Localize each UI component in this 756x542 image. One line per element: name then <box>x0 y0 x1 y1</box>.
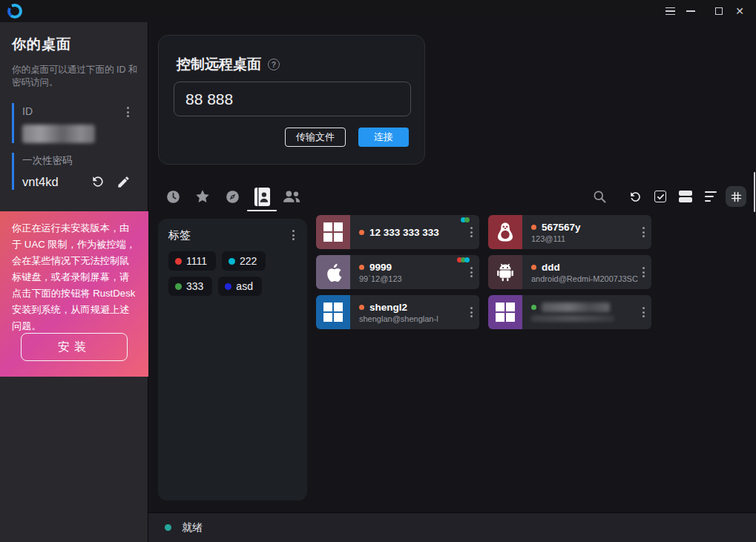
status-dot <box>531 265 536 270</box>
install-warning-panel: 你正在运行未安装版本，由于 UAC 限制，作为被控端，会在某些情况下无法控制鼠标… <box>0 211 148 377</box>
peer-name-blurred <box>542 303 610 312</box>
address-book-icon <box>254 187 271 207</box>
peer-card[interactable] <box>488 295 651 329</box>
peer-username: shenglan@shenglan-l <box>359 314 479 323</box>
sidebar-title: 你的桌面 <box>12 35 136 54</box>
grid-view-button[interactable] <box>726 186 746 207</box>
minimize-icon <box>686 10 695 12</box>
peer-menu-button[interactable] <box>468 305 475 320</box>
sidebar-description: 你的桌面可以通过下面的 ID 和密码访问。 <box>12 64 138 89</box>
status-dot <box>359 305 364 310</box>
peer-os-badge <box>488 255 522 289</box>
compass-icon <box>225 189 240 205</box>
tag-asd[interactable]: asd <box>218 277 262 296</box>
minimize-button[interactable] <box>680 0 701 22</box>
peer-card[interactable]: 567567y 123@111 <box>488 215 651 249</box>
peer-grid: 12 333 333 333 <box>316 215 651 329</box>
peer-menu-button[interactable] <box>468 225 475 239</box>
windows-icon <box>496 303 515 322</box>
search-button[interactable] <box>589 186 610 207</box>
tag-color-dot <box>175 283 182 290</box>
peer-username-blurred <box>531 315 614 322</box>
tab-address-book[interactable] <box>247 184 277 209</box>
transfer-file-button[interactable]: 传输文件 <box>285 128 346 147</box>
peer-username: android@Redmi-M2007J3SC <box>531 274 651 283</box>
tag-color-dot <box>225 283 231 290</box>
peer-name: 9999 <box>369 262 392 273</box>
title-bar: ✕ <box>0 0 756 22</box>
connect-button[interactable]: 连接 <box>358 128 409 147</box>
refresh-peers-button[interactable] <box>625 186 645 207</box>
peer-menu-button[interactable] <box>640 305 647 320</box>
password-section: 一次性密码 vnt4kd <box>12 153 136 190</box>
peer-os-badge <box>488 295 522 329</box>
id-menu-button[interactable] <box>125 105 131 119</box>
peer-name: 12 333 333 333 <box>369 227 439 238</box>
window-menu-button[interactable] <box>660 0 680 22</box>
maximize-icon <box>715 7 723 15</box>
peer-card[interactable]: shengl2 shenglan@shenglan-l <box>316 295 479 329</box>
windows-icon <box>323 303 343 322</box>
tag-1111[interactable]: 1111 <box>168 251 216 271</box>
connect-card: 控制远程桌面 ? 传输文件 连接 <box>158 35 425 165</box>
linux-tux-icon <box>494 221 516 243</box>
edit-password-button[interactable] <box>115 173 131 190</box>
peer-card[interactable]: 9999 99`12@123 <box>316 255 479 289</box>
search-icon <box>592 189 607 204</box>
tab-groups[interactable] <box>277 184 306 209</box>
tag-color-dot <box>175 258 182 265</box>
tag-333[interactable]: 333 <box>168 277 212 296</box>
scrollbar-thumb[interactable] <box>754 172 756 212</box>
select-peers-button[interactable] <box>650 186 671 207</box>
peer-card[interactable]: ddd android@Redmi-M2007J3SC <box>488 255 651 289</box>
android-icon <box>495 262 516 282</box>
peer-name: shengl2 <box>369 302 407 313</box>
tab-favorites[interactable] <box>188 184 217 209</box>
windows-icon <box>323 222 343 242</box>
refresh-password-button[interactable] <box>90 173 106 190</box>
remote-id-input[interactable] <box>174 82 411 116</box>
id-value-blurred <box>22 125 95 143</box>
peer-menu-button[interactable] <box>468 265 475 280</box>
peer-toolbar <box>589 186 746 207</box>
tag-222[interactable]: 222 <box>222 251 266 271</box>
tag-label: 333 <box>186 280 203 292</box>
cards-view-button[interactable] <box>675 186 696 207</box>
tab-discovered[interactable] <box>217 184 247 209</box>
refresh-icon <box>628 190 642 204</box>
grid-view-icon <box>730 191 743 203</box>
connection-status-text: 就绪 <box>182 521 203 535</box>
peer-card[interactable]: 12 333 333 333 <box>316 215 479 249</box>
main-area: 控制远程桌面 ? 传输文件 连接 <box>148 22 756 542</box>
connect-title: 控制远程桌面 <box>177 55 261 74</box>
sort-icon <box>705 191 717 202</box>
peer-os-badge <box>316 255 350 289</box>
install-warning-text: 你正在运行未安装版本，由于 UAC 限制，作为被控端，会在某些情况下无法控制鼠标… <box>0 211 148 334</box>
connection-status-dot <box>165 524 171 531</box>
install-button[interactable]: 安装 <box>21 333 128 361</box>
hamburger-icon <box>665 7 675 16</box>
tab-recent-sessions[interactable] <box>158 184 188 209</box>
peer-os-badge <box>316 295 350 329</box>
peer-name: ddd <box>542 262 560 273</box>
peer-tag-dots <box>462 217 470 222</box>
tags-panel: 标签 1111 222 333 asd <box>158 219 307 500</box>
sort-button[interactable] <box>700 186 721 207</box>
close-button[interactable]: ✕ <box>729 0 750 22</box>
tags-title: 标签 <box>168 228 191 242</box>
rustdesk-logo-icon <box>7 4 22 19</box>
refresh-icon <box>91 174 105 189</box>
status-dot <box>359 230 364 235</box>
cards-view-icon <box>679 191 692 202</box>
close-icon: ✕ <box>735 6 744 16</box>
peer-username: 123@111 <box>531 234 651 243</box>
peer-menu-button[interactable] <box>640 265 647 280</box>
maximize-button[interactable] <box>709 0 729 22</box>
tag-label: 222 <box>240 255 257 267</box>
active-tab-underline <box>247 210 277 212</box>
help-icon[interactable]: ? <box>268 59 280 70</box>
tags-menu-button[interactable] <box>290 228 297 242</box>
star-icon <box>194 188 211 205</box>
peer-menu-button[interactable] <box>640 225 647 239</box>
tag-color-dot <box>229 258 235 265</box>
